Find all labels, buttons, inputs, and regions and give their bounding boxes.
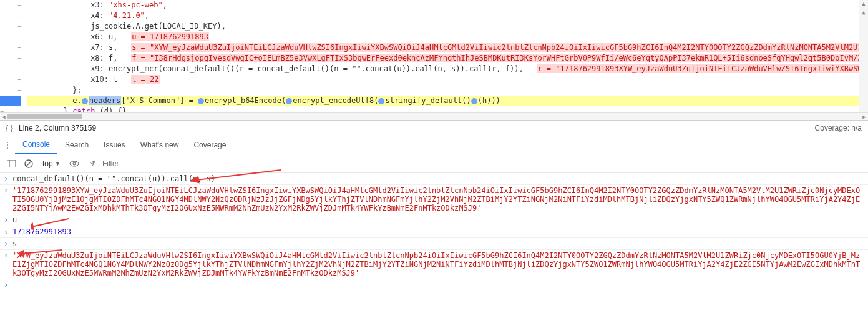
fold-marker[interactable]: − xyxy=(17,2,21,9)
fold-marker[interactable]: − xyxy=(17,23,21,30)
chevron-right-icon: › xyxy=(4,216,12,224)
tab-whats-new[interactable]: What's new xyxy=(133,136,187,154)
console-text: s xyxy=(12,239,868,248)
clear-console-icon[interactable] xyxy=(21,156,36,171)
braces-icon[interactable]: { } xyxy=(4,122,15,134)
fold-marker[interactable]: − xyxy=(17,66,21,72)
context-label: top xyxy=(42,159,53,168)
filter-icon: ⧩ xyxy=(89,159,96,169)
scroll-thumb[interactable] xyxy=(7,114,82,119)
horizontal-scrollbar[interactable]: ◀ ▶ xyxy=(0,112,868,120)
fold-marker[interactable]: − xyxy=(17,87,21,94)
code-line[interactable]: e.headers["X-S-Common"] = encrypt_b64Enc… xyxy=(27,96,868,106)
chevron-right-icon: › xyxy=(4,281,12,289)
code-line[interactable]: js_cookie.A.get(LOCAL_ID_KEY), xyxy=(27,21,868,32)
fold-marker[interactable]: − xyxy=(17,12,21,19)
console-prompt[interactable]: › xyxy=(0,279,868,291)
fold-gutter: − − − − − − − − − − xyxy=(0,0,25,120)
tab-search[interactable]: Search xyxy=(57,136,96,154)
console-input-row: ›u xyxy=(0,214,868,226)
live-expression-icon[interactable] xyxy=(67,156,82,171)
chevron-right-icon: › xyxy=(4,239,12,248)
drawer-tabs: ⋮ Console Search Issues What's new Cover… xyxy=(0,136,868,154)
execution-line-marker[interactable] xyxy=(0,96,25,106)
drawer-menu-icon[interactable]: ⋮ xyxy=(0,141,15,149)
console-output[interactable]: ›concat_default()(n = "".concat(u)).call… xyxy=(0,173,868,313)
code-line[interactable]: x8: f, f = "I38rHdgsjopgIvesdVwgIC+oIELm… xyxy=(27,53,868,64)
status-bar: { } Line 2, Column 375159 Coverage: n/a xyxy=(0,120,868,136)
svg-point-4 xyxy=(70,161,79,166)
console-sidebar-toggle-icon[interactable] xyxy=(4,156,19,171)
console-output-row: ‹'XYW_eyJzaWduU3ZuIjoiNTEiLCJzaWduVHlwZS… xyxy=(0,250,868,279)
code-line[interactable]: x10: l l = 22 xyxy=(27,74,868,85)
chevron-left-icon: ‹ xyxy=(4,251,12,260)
svg-point-5 xyxy=(73,162,76,165)
svg-rect-0 xyxy=(7,160,16,167)
svg-line-3 xyxy=(26,161,31,166)
console-output-row: ‹1718762991893 xyxy=(0,226,868,238)
chevron-left-icon: ‹ xyxy=(4,227,12,236)
code-line[interactable]: x4: "4.21.0", xyxy=(27,11,868,21)
chevron-right-icon: › xyxy=(4,174,12,183)
code-line[interactable]: x7: s, s = "XYW_eyJzaWduU3ZuIjoiNTEiLCJz… xyxy=(27,42,868,53)
coverage-status: Coverage: n/a xyxy=(815,124,868,132)
tab-issues[interactable]: Issues xyxy=(96,136,133,154)
tab-console[interactable]: Console xyxy=(15,136,57,154)
console-input-row: ›s xyxy=(0,238,868,250)
console-text: concat_default()(n = "".concat(u)).call(… xyxy=(12,174,868,183)
code-line[interactable]: }; xyxy=(27,85,868,96)
fold-marker[interactable]: − xyxy=(17,34,21,41)
console-filter-input[interactable] xyxy=(99,157,864,171)
source-code-pane: − − − − − − − − − − x3: "xhs-pc-web", x4… xyxy=(0,0,868,120)
fold-marker[interactable]: − xyxy=(17,55,21,62)
fold-marker[interactable]: − xyxy=(17,44,21,51)
chevron-down-icon: ▼ xyxy=(55,161,61,167)
console-input-row: ›concat_default()(n = "".concat(u)).call… xyxy=(0,173,868,185)
console-toolbar: top ▼ ⧩ xyxy=(0,154,868,173)
scroll-right-icon[interactable]: ▶ xyxy=(861,113,868,120)
context-selector[interactable]: top ▼ xyxy=(39,157,64,171)
console-output-row: ‹'1718762991893XYW_eyJzaWduU3ZuIjoiNTEiL… xyxy=(0,185,868,214)
cursor-position: Line 2, Column 375159 xyxy=(19,124,96,132)
console-text: 1718762991893 xyxy=(12,227,868,236)
fold-marker[interactable]: − xyxy=(17,76,21,83)
chevron-left-icon: ‹ xyxy=(4,186,12,195)
code-line[interactable]: x3: "xhs-pc-web", xyxy=(27,0,868,11)
tab-coverage[interactable]: Coverage xyxy=(186,136,233,154)
code-area[interactable]: x3: "xhs-pc-web", x4: "4.21.0", js_cooki… xyxy=(27,0,868,117)
code-line[interactable]: x6: u, u = 1718762991893 xyxy=(27,32,868,42)
code-line[interactable]: x9: encrypt_mcr(concat_default()(r = con… xyxy=(27,64,868,74)
scroll-left-icon[interactable]: ◀ xyxy=(0,113,7,120)
console-text: u xyxy=(12,216,868,224)
console-text: 'XYW_eyJzaWduU3ZuIjoiNTEiLCJzaWduVHlwZSI… xyxy=(12,251,868,277)
scroll-up-icon[interactable]: ▲ xyxy=(859,0,868,7)
scroll-up-icon[interactable]: ▲ xyxy=(859,9,868,16)
vertical-scrollbar[interactable]: ▲ ▲ ▼ xyxy=(859,0,868,120)
console-text: '1718762991893XYW_eyJzaWduU3ZuIjoiNTEiLC… xyxy=(12,186,868,212)
